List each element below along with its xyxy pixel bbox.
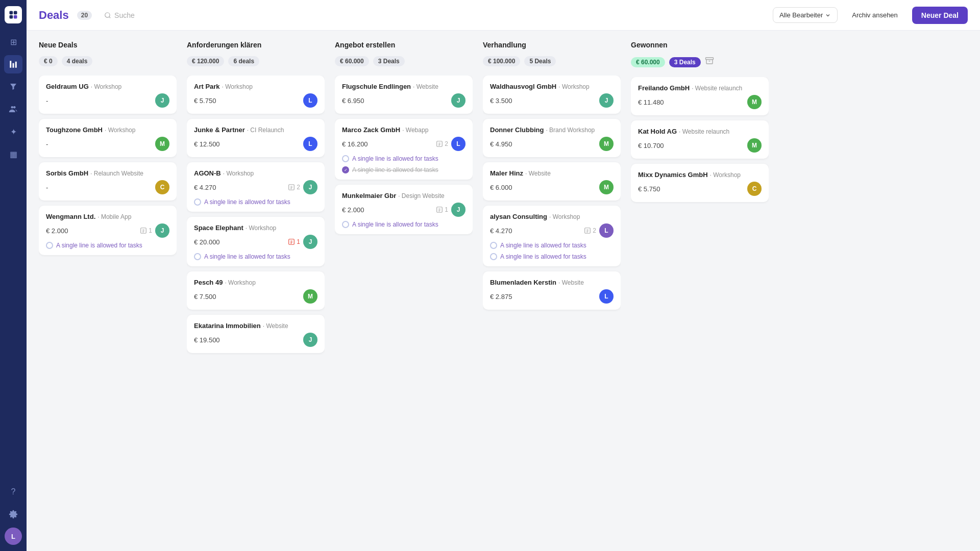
- card-task-count: 2: [436, 140, 448, 147]
- task-line[interactable]: A single line is allowed for tasks: [490, 242, 614, 249]
- card-subtitle: · Relaunch Website: [90, 170, 143, 177]
- task-line[interactable]: ✓A single line is allowed for tasks: [342, 166, 465, 173]
- deal-card[interactable]: Space Elephant · Workshop€ 20.0001JA sin…: [187, 217, 325, 266]
- header: Deals 20 Suche Alle Bearbeiter Archiv an…: [27, 0, 980, 31]
- deal-card[interactable]: Toughzone GmbH · Workshop-M: [39, 119, 177, 157]
- column-cards: Geldraum UG · Workshop-JToughzone GmbH ·…: [39, 76, 177, 541]
- table-icon[interactable]: ▦: [4, 145, 22, 163]
- deal-card[interactable]: Blumenladen Kerstin · Website€ 2.875L: [483, 271, 621, 310]
- user-avatar[interactable]: L: [5, 528, 22, 545]
- task-checkbox[interactable]: [490, 242, 497, 249]
- card-bottom-row: € 4.2702L: [490, 223, 614, 238]
- deal-card[interactable]: Waldhausvogl GmbH · Workshop€ 3.500J: [483, 76, 621, 114]
- column-anforderungen: Anforderungen klären€ 120.0006 dealsArt …: [187, 41, 325, 541]
- card-amount: € 2.875: [490, 293, 512, 300]
- archive-button[interactable]: Archiv ansehen: [846, 8, 904, 22]
- card-avatar: M: [747, 138, 762, 153]
- card-avatar: L: [451, 137, 465, 151]
- card-title-row: Sorbis GmbH · Relaunch Website: [46, 169, 169, 177]
- column-cards: Waldhausvogl GmbH · Workshop€ 3.500JDonn…: [483, 76, 621, 541]
- card-bottom-row: € 16.2002L: [342, 137, 465, 151]
- deal-card[interactable]: Marco Zack GmbH · Webapp€ 16.2002LA sing…: [335, 119, 473, 180]
- card-name: Ekatarina Immobilien: [194, 322, 261, 330]
- deal-card[interactable]: Maler Hinz · Website€ 6.000M: [483, 162, 621, 201]
- card-amount: € 5.750: [194, 97, 216, 105]
- deal-card[interactable]: Junke & Partner · CI Relaunch€ 12.500L: [187, 119, 325, 157]
- task-line[interactable]: A single line is allowed for tasks: [46, 242, 169, 249]
- sparkle-icon[interactable]: ✦: [4, 122, 22, 141]
- card-task-count: 1: [140, 227, 152, 234]
- card-avatar: J: [303, 235, 317, 249]
- card-avatar: L: [303, 93, 317, 108]
- chart-icon[interactable]: [4, 55, 22, 73]
- card-subtitle: · Website relaunch: [692, 85, 742, 92]
- task-checkbox[interactable]: [342, 221, 349, 228]
- card-subtitle: · Workshop: [222, 83, 253, 90]
- card-amount: € 5.750: [638, 185, 660, 193]
- card-bottom-row: € 5.750L: [194, 93, 317, 108]
- all-workers-button[interactable]: Alle Bearbeiter: [773, 7, 838, 23]
- card-amount: € 19.500: [194, 336, 220, 344]
- task-text: A single line is allowed for tasks: [500, 253, 586, 260]
- task-checkbox[interactable]: ✓: [342, 166, 349, 173]
- task-checkbox[interactable]: [342, 155, 349, 162]
- people-icon[interactable]: [4, 100, 22, 118]
- card-right: J: [155, 93, 169, 108]
- card-amount: € 3.500: [490, 97, 512, 105]
- card-amount: € 4.270: [490, 227, 512, 235]
- card-avatar: J: [599, 93, 614, 108]
- grid-icon[interactable]: ⊞: [4, 33, 22, 51]
- card-title-row: Junke & Partner · CI Relaunch: [194, 126, 317, 134]
- deal-card[interactable]: Art Park · Workshop€ 5.750L: [187, 76, 325, 114]
- task-line[interactable]: A single line is allowed for tasks: [490, 253, 614, 260]
- deal-card[interactable]: Freilando GmbH · Website relaunch€ 11.48…: [631, 77, 769, 115]
- task-line[interactable]: A single line is allowed for tasks: [194, 198, 317, 206]
- app-logo[interactable]: [5, 6, 22, 23]
- task-line[interactable]: A single line is allowed for tasks: [342, 155, 465, 162]
- deal-card[interactable]: Donner Clubbing · Brand Workshop€ 4.950M: [483, 119, 621, 157]
- card-bottom-row: € 2.875L: [490, 289, 614, 304]
- deal-card[interactable]: alysan Consulting · Workshop€ 4.2702LA s…: [483, 206, 621, 266]
- task-line[interactable]: A single line is allowed for tasks: [194, 253, 317, 260]
- settings-icon[interactable]: [4, 505, 22, 523]
- new-deal-button[interactable]: Neuer Deal: [912, 7, 968, 24]
- card-title-row: Geldraum UG · Workshop: [46, 83, 169, 90]
- deal-card[interactable]: Ekatarina Immobilien · Website€ 19.500J: [187, 315, 325, 353]
- card-title-row: Flugschule Endlingen · Website: [342, 83, 465, 90]
- deal-card[interactable]: AGON-B · Workshop€ 4.2702JA single line …: [187, 162, 325, 212]
- card-subtitle: · Workshop: [710, 171, 741, 179]
- deal-card[interactable]: Munkelmaier Gbr · Design Website€ 2.0001…: [335, 185, 473, 234]
- deal-card[interactable]: Sorbis GmbH · Relaunch Website-C: [39, 162, 177, 201]
- deal-card[interactable]: Pesch 49 · Workshop€ 7.500M: [187, 271, 325, 310]
- card-name: Wengmann Ltd.: [46, 213, 95, 220]
- card-right: M: [155, 137, 169, 151]
- search-bar[interactable]: Suche: [104, 11, 135, 19]
- card-right: L: [303, 137, 317, 151]
- task-line[interactable]: A single line is allowed for tasks: [342, 221, 465, 228]
- card-bottom-row: € 4.2702J: [194, 180, 317, 194]
- card-task-count: 2: [288, 184, 300, 191]
- task-checkbox[interactable]: [194, 253, 201, 260]
- deal-card[interactable]: Wengmann Ltd. · Mobile App€ 2.0001JA sin…: [39, 206, 177, 255]
- deal-card[interactable]: Flugschule Endlingen · Website€ 6.950J: [335, 76, 473, 114]
- card-title-row: Toughzone GmbH · Workshop: [46, 126, 169, 134]
- card-avatar: J: [451, 93, 465, 108]
- card-title-row: Ekatarina Immobilien · Website: [194, 322, 317, 330]
- archive-icon[interactable]: [705, 56, 714, 68]
- deal-card[interactable]: Kat Hold AG · Website relaunch€ 10.700M: [631, 120, 769, 159]
- card-name: Marco Zack GmbH: [342, 126, 400, 134]
- card-avatar: J: [451, 203, 465, 217]
- task-checkbox[interactable]: [490, 253, 497, 260]
- column-header: Neue Deals: [39, 41, 177, 49]
- card-avatar: J: [303, 333, 317, 347]
- task-checkbox[interactable]: [46, 242, 53, 249]
- card-subtitle: · Workshop: [549, 213, 580, 220]
- card-bottom-row: € 12.500L: [194, 137, 317, 151]
- deal-card[interactable]: Geldraum UG · Workshop-J: [39, 76, 177, 114]
- task-checkbox[interactable]: [194, 198, 201, 206]
- funnel-icon[interactable]: [4, 78, 22, 96]
- help-icon[interactable]: ?: [4, 483, 22, 501]
- column-header: Verhandlung: [483, 41, 621, 49]
- deal-card[interactable]: Mixx Dynamics GmbH · Workshop€ 5.750C: [631, 164, 769, 202]
- task-text: A single line is allowed for tasks: [204, 253, 290, 260]
